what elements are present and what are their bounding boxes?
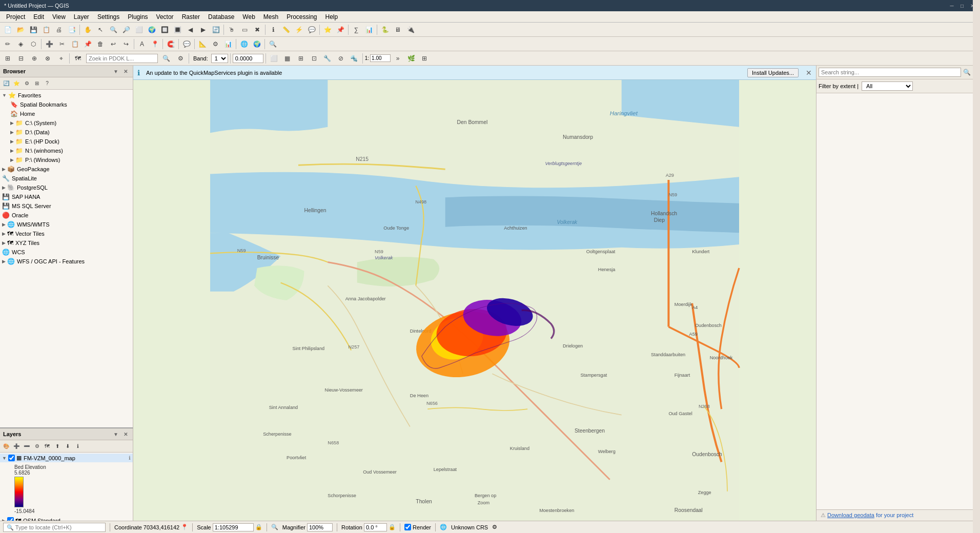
show-bookmarks-btn[interactable]: 📌 xyxy=(334,24,346,36)
cut-features-btn[interactable]: ✂ xyxy=(56,38,68,50)
raster-toolbar-btn3[interactable]: ⊕ xyxy=(28,52,40,65)
menu-raster[interactable]: Raster xyxy=(178,11,204,22)
pdok-search-input[interactable] xyxy=(86,54,158,63)
layer-item-osm[interactable]: ▶ 🗺 OSM Standard xyxy=(0,516,133,521)
tree-wfs[interactable]: ▶🌐 WFS / OGC API - Features xyxy=(0,257,133,266)
tree-xyz-tiles[interactable]: ▶🗺 XYZ Tiles xyxy=(0,238,133,248)
raster-btn-e[interactable]: 🔧 xyxy=(321,52,334,65)
tree-geopackage[interactable]: ▶📦 GeoPackage xyxy=(0,165,133,174)
browser-collapse-all-btn[interactable]: ⊞ xyxy=(32,79,42,88)
raster-btn-c[interactable]: ⊞ xyxy=(295,52,307,65)
raster-btn-b[interactable]: ▦ xyxy=(281,52,294,65)
layer-expand-btn[interactable]: ▼ xyxy=(2,456,7,461)
band-select[interactable]: 1 xyxy=(211,54,228,63)
measure-btn[interactable]: 📏 xyxy=(280,24,292,36)
rotation-input[interactable] xyxy=(364,523,387,531)
new-project-btn[interactable]: 📄 xyxy=(2,24,14,36)
label-pin-btn[interactable]: 📍 xyxy=(149,38,161,50)
raster-toolbar-btn4[interactable]: ⊗ xyxy=(42,52,54,65)
open-project-btn[interactable]: 📂 xyxy=(14,24,27,36)
move-layer-down-btn[interactable]: ⬇ xyxy=(63,442,72,451)
download-geodata-link[interactable]: Download geodata xyxy=(827,512,874,518)
maximize-button[interactable]: □ xyxy=(958,2,966,9)
move-layer-up-btn[interactable]: ⬆ xyxy=(53,442,62,451)
digitize-btn[interactable]: ✏ xyxy=(2,38,14,50)
qms-filter-select[interactable]: All Visible Current extent xyxy=(862,81,913,91)
open-python-btn[interactable]: 🐍 xyxy=(379,24,391,36)
pan-map-btn[interactable]: ✋ xyxy=(81,24,94,36)
raster-btn-a[interactable]: ⬜ xyxy=(268,52,280,65)
menu-database[interactable]: Database xyxy=(204,11,238,22)
browser-add-fav-btn[interactable]: ⭐ xyxy=(12,79,21,88)
deselect-btn[interactable]: ✖ xyxy=(251,24,263,36)
menu-processing[interactable]: Processing xyxy=(282,11,321,22)
minimize-button[interactable]: ─ xyxy=(948,2,955,9)
delete-features-btn[interactable]: 🗑 xyxy=(94,38,107,50)
tree-vector-tiles[interactable]: ▶🗺 Vector Tiles xyxy=(0,229,133,238)
tree-sap-hana[interactable]: 💾 SAP HANA xyxy=(0,192,133,201)
stat-summary-btn[interactable]: 📊 xyxy=(363,24,375,36)
menu-web[interactable]: Web xyxy=(238,11,259,22)
print-layout-btn[interactable]: 🖨 xyxy=(53,24,65,36)
layer-props-btn[interactable]: ⚙ xyxy=(209,38,221,50)
tree-e-drive[interactable]: ▶📁 E:\ (HP Dock) xyxy=(0,137,133,146)
filter-layer-btn[interactable]: ⚙ xyxy=(32,442,42,451)
menu-help[interactable]: Help xyxy=(321,11,342,22)
menu-plugins[interactable]: Plugins xyxy=(124,11,152,22)
crs-settings-icon[interactable]: ⚙ xyxy=(492,524,497,530)
raster-toolbar-btn5[interactable]: ⌖ xyxy=(55,52,67,65)
tree-n-drive[interactable]: ▶📁 N:\ (winhomes) xyxy=(0,146,133,155)
add-feature-btn[interactable]: ➕ xyxy=(43,38,55,50)
globe2-btn[interactable]: 🌍 xyxy=(251,38,263,50)
tree-postgresql[interactable]: ▶🐘 PostgreSQL xyxy=(0,183,133,192)
qms-close-btn[interactable]: 🔍 xyxy=(963,69,971,76)
raster-btn-g[interactable]: 🔩 xyxy=(348,52,360,65)
layers-collapse-btn[interactable]: ▼ xyxy=(112,430,120,438)
menu-mesh[interactable]: Mesh xyxy=(259,11,282,22)
zoom-out-btn[interactable]: 🔎 xyxy=(120,24,132,36)
data-source-btn[interactable]: 📊 xyxy=(222,38,234,50)
annot-btn[interactable]: 💬 xyxy=(180,38,193,50)
menu-vector[interactable]: Vector xyxy=(152,11,178,22)
install-updates-button[interactable]: Install Updates... xyxy=(747,68,799,77)
redo-btn[interactable]: ↪ xyxy=(120,38,132,50)
browser-filter-btn[interactable]: ⚙ xyxy=(22,79,31,88)
rotation-lock-icon[interactable]: 🔒 xyxy=(389,524,396,530)
locate-input[interactable] xyxy=(3,523,106,532)
browser-refresh-btn[interactable]: 🔄 xyxy=(2,79,11,88)
magnifier-input[interactable] xyxy=(307,523,333,531)
menu-view[interactable]: View xyxy=(48,11,70,22)
zoom-in-btn[interactable]: 🔍 xyxy=(107,24,119,36)
more-btn[interactable]: » xyxy=(392,52,404,65)
select-rect-btn[interactable]: ▭ xyxy=(238,24,251,36)
tree-wms-wmts[interactable]: ▶🌐 WMS/WMTS xyxy=(0,220,133,229)
globe-btn[interactable]: 🌐 xyxy=(238,38,250,50)
remove-layer-btn[interactable]: ➖ xyxy=(22,442,31,451)
menu-settings[interactable]: Settings xyxy=(93,11,124,22)
layers-close-btn[interactable]: ✕ xyxy=(121,430,130,438)
print-atlas-btn[interactable]: 📑 xyxy=(66,24,78,36)
tree-wcs[interactable]: 🌐 WCS xyxy=(0,248,133,257)
raster-toolbar-btn1[interactable]: ⊞ xyxy=(2,52,14,65)
zoom-next-btn[interactable]: ▶ xyxy=(197,24,209,36)
scale-ratio-input[interactable] xyxy=(370,54,391,62)
scale-lock-icon[interactable]: 🔒 xyxy=(255,524,262,530)
refresh-btn[interactable]: 🔄 xyxy=(210,24,222,36)
paste-features-btn[interactable]: 📌 xyxy=(81,38,94,50)
osm-visibility-checkbox[interactable] xyxy=(7,517,14,521)
map-canvas[interactable]: N215 A29 N59 N498 N257 A59 A4 N268 N656 … xyxy=(133,80,816,521)
zoom-selection-btn[interactable]: 🔳 xyxy=(171,24,183,36)
pan-map-arrow-btn[interactable]: ↖ xyxy=(94,24,107,36)
edit-shape-btn[interactable]: ⬡ xyxy=(27,38,39,50)
copy-features-btn[interactable]: 📋 xyxy=(69,38,81,50)
add-layer-btn[interactable]: ➕ xyxy=(12,442,21,451)
layer-info-icon[interactable]: ℹ xyxy=(129,455,131,461)
band-value-input[interactable] xyxy=(233,54,263,63)
label-btn[interactable]: A xyxy=(136,38,148,50)
osm-expand-btn[interactable]: ▶ xyxy=(2,518,6,521)
qms-search-btn[interactable]: 🔍 xyxy=(267,38,279,50)
raster-btn-f[interactable]: ⊘ xyxy=(335,52,347,65)
tree-spatial-bookmarks[interactable]: 🔖 Spatial Bookmarks xyxy=(0,100,133,109)
menu-edit[interactable]: Edit xyxy=(29,11,48,22)
tree-p-drive[interactable]: ▶📁 P:\ (Windows) xyxy=(0,155,133,165)
